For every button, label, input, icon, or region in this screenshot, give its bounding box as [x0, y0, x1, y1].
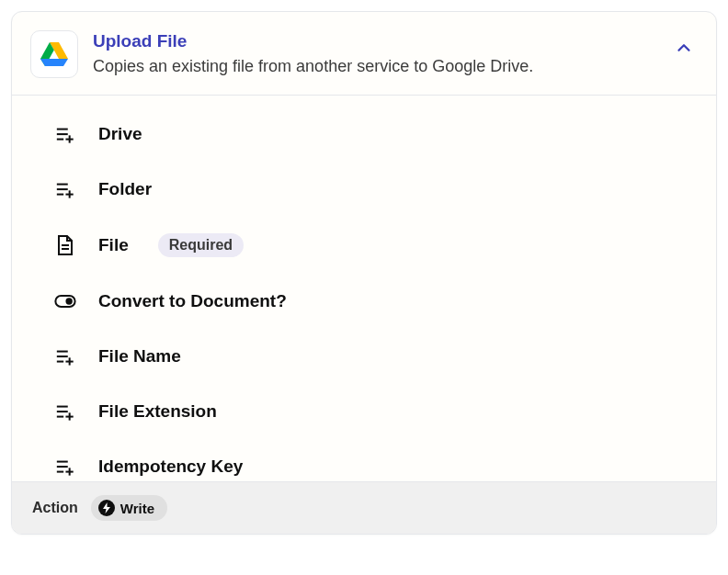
- svg-rect-1: [57, 133, 68, 135]
- google-drive-icon: [30, 30, 78, 78]
- write-badge-text: Write: [120, 501, 154, 516]
- field-row[interactable]: Convert to Document?: [12, 274, 716, 329]
- svg-rect-19: [57, 406, 68, 408]
- field-label: Folder: [98, 179, 152, 199]
- svg-rect-20: [57, 411, 68, 412]
- svg-rect-15: [57, 355, 68, 357]
- field-row[interactable]: File Extension: [12, 384, 716, 439]
- file-icon: [54, 234, 76, 256]
- field-label: Idempotency Key: [98, 457, 243, 477]
- action-card: Upload File Copies an existing file from…: [11, 11, 717, 535]
- action-title: Upload File: [93, 30, 659, 53]
- field-row[interactable]: Drive: [12, 107, 716, 162]
- svg-rect-2: [57, 139, 63, 141]
- card-header[interactable]: Upload File Copies an existing file from…: [12, 12, 716, 96]
- field-row[interactable]: Folder: [12, 162, 716, 217]
- field-row[interactable]: FileRequired: [12, 217, 716, 274]
- svg-rect-28: [65, 471, 73, 473]
- svg-rect-18: [65, 361, 73, 363]
- list-add-icon: [54, 456, 76, 478]
- svg-rect-26: [57, 471, 63, 473]
- bolt-icon: [98, 500, 115, 516]
- svg-rect-5: [57, 184, 68, 186]
- svg-rect-25: [57, 466, 68, 468]
- svg-rect-24: [57, 461, 68, 463]
- field-label: File Name: [98, 346, 181, 366]
- field-row[interactable]: Idempotency Key: [12, 439, 716, 481]
- write-badge: Write: [91, 495, 167, 521]
- field-label: Convert to Document?: [98, 291, 287, 311]
- required-badge: Required: [158, 233, 244, 257]
- list-add-icon: [54, 400, 76, 423]
- field-label: File Extension: [98, 401, 217, 422]
- toggle-icon: [54, 290, 76, 312]
- svg-rect-0: [57, 129, 68, 130]
- footer-action-label: Action: [32, 500, 78, 516]
- list-add-icon: [54, 123, 76, 145]
- svg-rect-23: [65, 416, 73, 418]
- header-text-block: Upload File Copies an existing file from…: [93, 30, 659, 78]
- svg-rect-4: [65, 139, 73, 141]
- list-add-icon: [54, 178, 76, 200]
- action-description: Copies an existing file from another ser…: [93, 55, 659, 78]
- collapse-chevron-icon[interactable]: [674, 38, 694, 62]
- svg-rect-21: [57, 416, 63, 418]
- svg-rect-6: [57, 188, 68, 190]
- card-footer: Action Write: [12, 481, 716, 534]
- svg-rect-9: [65, 194, 73, 196]
- svg-rect-7: [57, 194, 63, 196]
- field-row[interactable]: File Name: [12, 329, 716, 384]
- svg-rect-14: [57, 351, 68, 353]
- svg-point-13: [65, 298, 72, 304]
- list-add-icon: [54, 345, 76, 367]
- svg-rect-16: [57, 361, 63, 363]
- field-label: Drive: [98, 124, 142, 144]
- fields-list: DriveFolderFileRequiredConvert to Docume…: [12, 96, 716, 481]
- field-label: File: [98, 235, 129, 255]
